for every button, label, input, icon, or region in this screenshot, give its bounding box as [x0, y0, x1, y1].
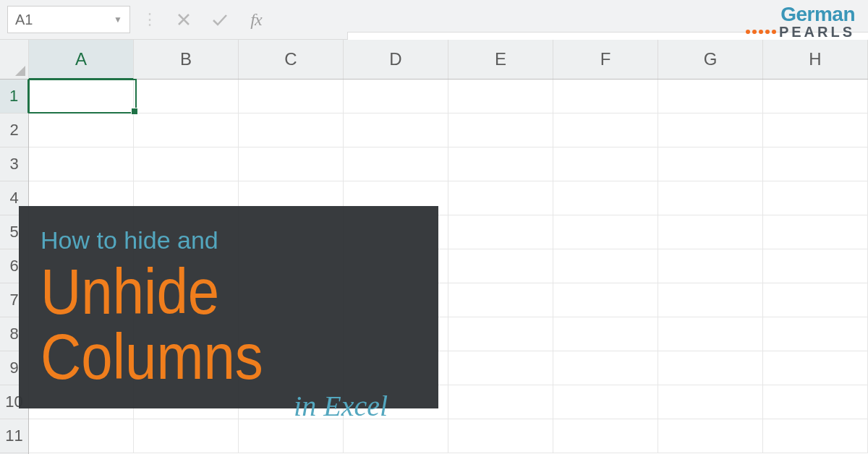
- cell[interactable]: [658, 351, 763, 385]
- cell[interactable]: [448, 317, 553, 351]
- cell[interactable]: [763, 419, 868, 453]
- cell[interactable]: [134, 419, 239, 453]
- cell[interactable]: [553, 283, 658, 317]
- column-header-g[interactable]: G: [658, 40, 763, 79]
- column-header-c[interactable]: C: [239, 40, 344, 79]
- logo-line2: PEARLS: [779, 25, 855, 39]
- cell[interactable]: [448, 113, 553, 147]
- cell[interactable]: [553, 317, 658, 351]
- cell[interactable]: [344, 147, 448, 181]
- logo-dots-icon: [746, 30, 776, 34]
- cell[interactable]: [763, 317, 868, 351]
- overlay-line3: in Excel: [41, 389, 417, 423]
- cell[interactable]: [553, 351, 658, 385]
- cell[interactable]: [763, 215, 868, 249]
- brand-logo: German PEARLS: [746, 4, 855, 39]
- overlay-line1: How to hide and: [41, 226, 417, 254]
- cell[interactable]: [344, 113, 448, 147]
- cell[interactable]: [448, 181, 553, 215]
- cell[interactable]: [448, 283, 553, 317]
- cell[interactable]: [658, 113, 763, 147]
- cell[interactable]: [763, 80, 868, 113]
- cell[interactable]: [134, 113, 239, 147]
- column-header-a[interactable]: A: [29, 40, 134, 80]
- cell[interactable]: [239, 419, 344, 453]
- cell[interactable]: [658, 147, 763, 181]
- row-header-2[interactable]: 2: [0, 113, 28, 147]
- divider: ⋮: [137, 10, 162, 29]
- row-header-11[interactable]: 11: [0, 419, 28, 453]
- title-overlay: How to hide and Unhide Columns in Excel: [19, 206, 438, 408]
- name-box-dropdown-icon[interactable]: ▼: [114, 14, 122, 25]
- cell[interactable]: [658, 385, 763, 419]
- cell[interactable]: [448, 147, 553, 181]
- cell[interactable]: [658, 80, 763, 113]
- cell[interactable]: [448, 249, 553, 283]
- name-box[interactable]: A1 ▼: [7, 6, 130, 33]
- cell[interactable]: [658, 419, 763, 453]
- cell[interactable]: [448, 419, 553, 453]
- cell[interactable]: [344, 80, 448, 113]
- cell[interactable]: [553, 419, 658, 453]
- cell[interactable]: [239, 147, 344, 181]
- enter-icon[interactable]: [205, 6, 234, 33]
- formula-bar: A1 ▼ ⋮ fx German PEARLS: [0, 0, 868, 40]
- cell[interactable]: [448, 351, 553, 385]
- cell[interactable]: [553, 215, 658, 249]
- column-header-b[interactable]: B: [134, 40, 239, 79]
- fx-icon: fx: [250, 10, 261, 30]
- cell[interactable]: [448, 215, 553, 249]
- column-header-d[interactable]: D: [344, 40, 448, 79]
- column-header-f[interactable]: F: [553, 40, 658, 79]
- cell[interactable]: [239, 113, 344, 147]
- cell[interactable]: [658, 215, 763, 249]
- cell[interactable]: [553, 147, 658, 181]
- cell[interactable]: [658, 181, 763, 215]
- cell[interactable]: [658, 317, 763, 351]
- cell[interactable]: [763, 147, 868, 181]
- cell[interactable]: [763, 249, 868, 283]
- column-header-e[interactable]: E: [448, 40, 553, 79]
- cell[interactable]: [29, 419, 134, 453]
- select-all-corner[interactable]: [0, 40, 29, 80]
- cell[interactable]: [344, 419, 448, 453]
- cell[interactable]: [134, 80, 239, 113]
- cell[interactable]: [658, 283, 763, 317]
- cell[interactable]: [29, 113, 134, 147]
- overlay-line2: Unhide Columns: [41, 259, 417, 388]
- cell[interactable]: [553, 249, 658, 283]
- row-header-1[interactable]: 1: [0, 80, 29, 113]
- cell[interactable]: [448, 385, 553, 419]
- cell[interactable]: [134, 147, 239, 181]
- cancel-icon[interactable]: [169, 6, 198, 33]
- cell-reference: A1: [15, 12, 33, 28]
- cell[interactable]: [239, 80, 344, 113]
- cell[interactable]: [658, 249, 763, 283]
- cell[interactable]: [763, 351, 868, 385]
- cell[interactable]: [553, 181, 658, 215]
- cell[interactable]: [553, 113, 658, 147]
- column-header-h[interactable]: H: [763, 40, 868, 79]
- insert-function-button[interactable]: fx: [242, 6, 271, 33]
- cell[interactable]: [29, 147, 134, 181]
- cell[interactable]: [448, 80, 553, 113]
- cell[interactable]: [763, 385, 868, 419]
- cell[interactable]: [763, 181, 868, 215]
- logo-line1: German: [746, 4, 855, 25]
- cell[interactable]: [763, 283, 868, 317]
- cell[interactable]: [29, 80, 134, 113]
- row-header-3[interactable]: 3: [0, 147, 28, 181]
- column-headers: A B C D E F G H: [29, 40, 868, 80]
- cell[interactable]: [553, 385, 658, 419]
- cell[interactable]: [553, 80, 658, 113]
- cell[interactable]: [763, 113, 868, 147]
